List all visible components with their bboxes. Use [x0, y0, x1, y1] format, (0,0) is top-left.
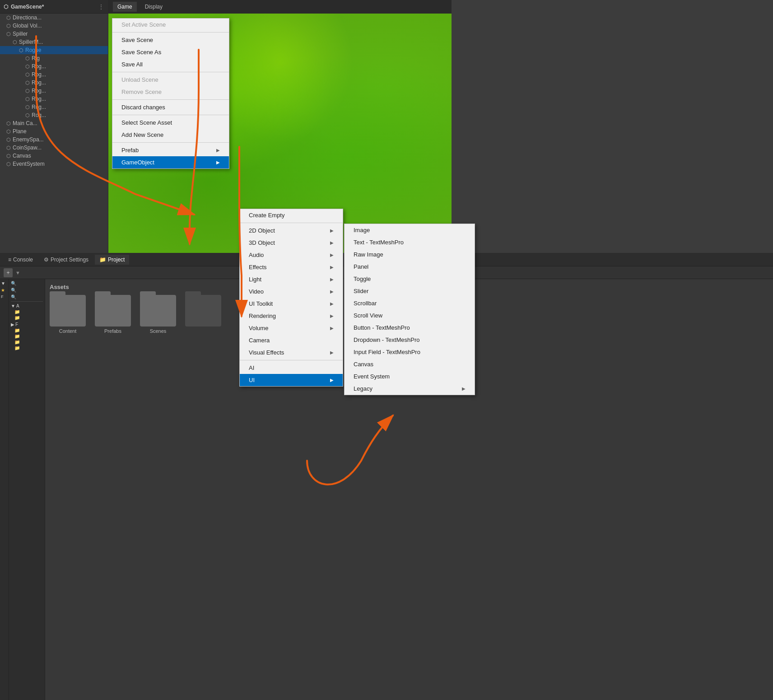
folder-extra-icon — [185, 295, 221, 327]
folder-scenes[interactable]: Scenes — [140, 295, 176, 334]
menu-legacy[interactable]: Legacy ▶ — [345, 383, 475, 395]
folder-prefabs[interactable]: Prefabs — [95, 295, 131, 334]
project-left-sidebar: ▼ ★ F — [0, 279, 9, 700]
menu-set-active-scene[interactable]: Set Active Scene — [112, 19, 229, 31]
menu-event-system[interactable]: Event System — [345, 370, 475, 383]
menu-ui-toolkit[interactable]: UI Toolkit ▶ — [240, 298, 343, 310]
hierarchy-item-canvas[interactable]: ⬡ Canvas — [0, 152, 108, 160]
viewport-header: Game Display — [108, 0, 452, 14]
hierarchy-item-plane[interactable]: ⬡ Plane — [0, 127, 108, 135]
tree-folder-a[interactable]: ▼A — [11, 303, 43, 308]
hierarchy-item-spiller[interactable]: ⬡ Spiller — [0, 30, 108, 38]
search-icon-1[interactable]: 🔍 — [11, 281, 43, 286]
menu-3d-object[interactable]: 3D Object ▶ — [240, 237, 343, 249]
go-divider-1 — [240, 223, 343, 223]
folder-content-icon — [50, 295, 86, 327]
menu-2d-object[interactable]: 2D Object ▶ — [240, 224, 343, 237]
menu-ai[interactable]: AI — [240, 362, 343, 374]
tree-sub-item-2[interactable]: 📁 — [11, 334, 43, 339]
tree-sub-item[interactable]: 📁 — [11, 328, 43, 333]
hierarchy-item-enemyspa[interactable]: ⬡ EnemySpa... — [0, 135, 108, 144]
menu-create-empty[interactable]: Create Empty — [240, 209, 343, 221]
hierarchy-item-label: EnemySpa... — [13, 136, 44, 143]
tree-sub-item-4[interactable]: 📁 — [11, 345, 43, 350]
menu-video[interactable]: Video ▶ — [240, 285, 343, 298]
menu-visual-effects[interactable]: Visual Effects ▶ — [240, 346, 343, 359]
ui-arrow: ▶ — [330, 378, 334, 383]
cube-icon: ⬡ — [25, 112, 30, 118]
menu-scrollbar[interactable]: Scrollbar — [345, 297, 475, 309]
cube-icon: ⬡ — [25, 72, 30, 78]
menu-save-all[interactable]: Save All — [112, 58, 229, 70]
hierarchy-item-coinspaw[interactable]: ⬡ CoinSpaw... — [0, 144, 108, 152]
tab-display[interactable]: Display — [140, 2, 167, 12]
menu-select-scene-asset[interactable]: Select Scene Asset — [112, 117, 229, 129]
menu-text-textmeshpro[interactable]: Text - TextMeshPro — [345, 236, 475, 248]
menu-volume[interactable]: Volume ▶ — [240, 322, 343, 334]
menu-divider-3 — [112, 99, 229, 100]
hierarchy-item-rogue[interactable]: ⬡ Rogue — [0, 46, 108, 54]
menu-add-new-scene[interactable]: Add New Scene — [112, 129, 229, 141]
folder-content[interactable]: Content — [50, 295, 86, 334]
hierarchy-item-rog4[interactable]: ⬡ Rog... — [0, 87, 108, 95]
menu-save-scene-as[interactable]: Save Scene As — [112, 46, 229, 58]
tree-folder-f[interactable]: ▶F — [11, 322, 43, 327]
folder-extra[interactable] — [185, 295, 221, 334]
hierarchy-item-rog2[interactable]: ⬡ Rog... — [0, 70, 108, 79]
menu-light[interactable]: Light ▶ — [240, 273, 343, 285]
menu-panel[interactable]: Panel — [345, 261, 475, 273]
menu-canvas[interactable]: Canvas — [345, 358, 475, 370]
tab-game[interactable]: Game — [113, 2, 137, 12]
hierarchy-item-rog1[interactable]: ⬡ Rog... — [0, 62, 108, 70]
hierarchy-item-rog5[interactable]: ⬡ Rog... — [0, 95, 108, 103]
effects-arrow: ▶ — [330, 265, 334, 270]
menu-effects[interactable]: Effects ▶ — [240, 261, 343, 273]
hierarchy-item-directional[interactable]: ⬡ Directiona... — [0, 14, 108, 22]
video-arrow: ▶ — [330, 289, 334, 294]
tab-console[interactable]: ≡ Console — [4, 255, 37, 265]
menu-dropdown-textmeshpro[interactable]: Dropdown - TextMeshPro — [345, 334, 475, 346]
menu-button-textmeshpro[interactable]: Button - TextMeshPro — [345, 322, 475, 334]
menu-toggle[interactable]: Toggle — [345, 273, 475, 285]
hierarchy-item-label: Rog... — [32, 104, 46, 110]
cube-icon: ⬡ — [25, 88, 30, 94]
menu-scroll-view[interactable]: Scroll View — [345, 309, 475, 322]
tree-folder-a-sub[interactable]: 📁 — [11, 309, 43, 314]
tree-sub-item-3[interactable]: 📁 — [11, 340, 43, 345]
menu-discard-changes[interactable]: Discard changes — [112, 101, 229, 113]
hierarchy-item-rig[interactable]: ⬡ Rig — [0, 54, 108, 62]
add-button[interactable]: + — [4, 268, 13, 277]
hierarchy-item-rog6[interactable]: ⬡ Rog... — [0, 103, 108, 111]
hierarchy-item-mainca[interactable]: ⬡ Main Ca... — [0, 119, 108, 127]
hierarchy-item-globalvol[interactable]: ⬡ Global Vol... — [0, 22, 108, 30]
menu-slider[interactable]: Slider — [345, 285, 475, 297]
menu-input-field-textmeshpro[interactable]: Input Field - TextMeshPro — [345, 346, 475, 358]
hierarchy-scene-name: GameScene* — [11, 4, 44, 10]
menu-gameobject[interactable]: GameObject ▶ — [112, 156, 229, 168]
hierarchy-item-eventsys[interactable]: ⬡ EventSystem — [0, 160, 108, 168]
menu-prefab[interactable]: Prefab ▶ — [112, 144, 229, 156]
hierarchy-item-rog3[interactable]: ⬡ Rog... — [0, 79, 108, 87]
menu-image[interactable]: Image — [345, 224, 475, 236]
tab-project[interactable]: 📁 Project — [95, 255, 129, 265]
menu-camera[interactable]: Camera — [240, 334, 343, 346]
menu-unload-scene[interactable]: Unload Scene — [112, 74, 229, 86]
menu-audio[interactable]: Audio ▶ — [240, 249, 343, 261]
tab-project-settings[interactable]: ⚙ Project Settings — [39, 255, 93, 265]
search-icon-3[interactable]: 🔍 — [11, 294, 43, 299]
menu-ui[interactable]: UI ▶ — [240, 374, 343, 386]
menu-remove-scene[interactable]: Remove Scene — [112, 86, 229, 98]
hierarchy-item-label: Rog... — [32, 112, 46, 118]
menu-save-scene[interactable]: Save Scene — [112, 34, 229, 46]
search-icon-2[interactable]: 🔍 — [11, 288, 43, 293]
hierarchy-item-label: Global Vol... — [13, 23, 42, 29]
menu-raw-image[interactable]: Raw Image — [345, 248, 475, 261]
gameobject-arrow: ▶ — [216, 160, 220, 165]
menu-rendering[interactable]: Rendering ▶ — [240, 310, 343, 322]
hierarchy-menu-icon[interactable]: ⋮ — [98, 3, 104, 10]
hierarchy-item-label: Rog... — [32, 96, 46, 102]
tree-folder-a-sub2[interactable]: 📁 — [11, 315, 43, 320]
hierarchy-item-rog7[interactable]: ⬡ Rog... — [0, 111, 108, 119]
favorites-toggle[interactable]: ▼ — [1, 281, 8, 286]
hierarchy-item-spillerm[interactable]: ⬡ SpillerM... — [0, 38, 108, 46]
